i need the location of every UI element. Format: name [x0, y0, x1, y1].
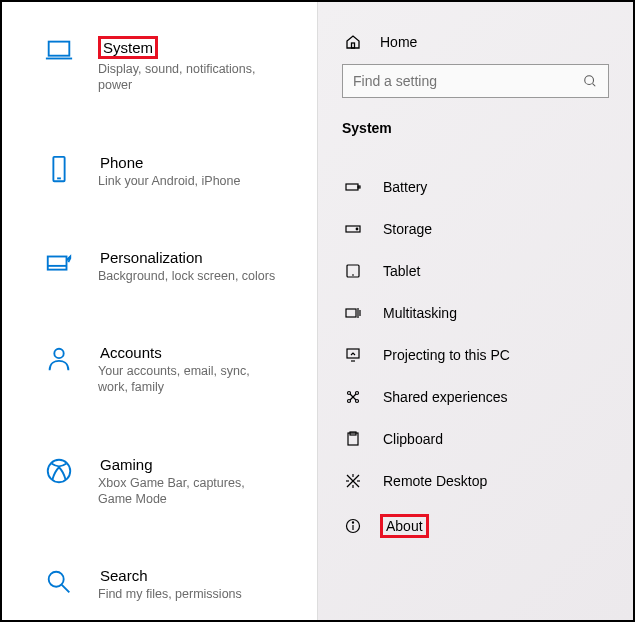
multitasking-icon — [342, 304, 364, 322]
categories-pane: System Display, sound, notifications, po… — [2, 2, 317, 620]
svg-point-7 — [48, 459, 71, 482]
nav-projecting[interactable]: Projecting to this PC — [342, 334, 609, 376]
category-title: Phone — [98, 154, 145, 171]
nav-label: Clipboard — [380, 430, 446, 448]
category-title: Gaming — [98, 456, 155, 473]
category-personalization[interactable]: Personalization Background, lock screen,… — [2, 239, 317, 294]
category-desc: Your accounts, email, sync, work, family — [98, 363, 278, 396]
home-label: Home — [380, 34, 417, 50]
category-title: System — [98, 36, 158, 59]
category-title: Personalization — [98, 249, 205, 266]
settings-nav-pane: Home System Battery — [317, 2, 633, 620]
svg-rect-4 — [48, 256, 67, 269]
nav-battery[interactable]: Battery — [342, 166, 609, 208]
home-link[interactable]: Home — [342, 30, 609, 64]
projecting-icon — [342, 346, 364, 364]
nav-storage[interactable]: Storage — [342, 208, 609, 250]
svg-rect-14 — [358, 186, 360, 188]
magnifier-icon — [42, 567, 76, 601]
svg-line-9 — [62, 585, 70, 593]
svg-rect-19 — [346, 309, 356, 317]
nav-label: Projecting to this PC — [380, 346, 513, 364]
shared-icon — [342, 388, 364, 406]
category-desc: Xbox Game Bar, captures, Game Mode — [98, 475, 278, 508]
nav-about[interactable]: About — [342, 502, 609, 550]
category-title: Search — [98, 567, 150, 584]
svg-point-11 — [585, 76, 594, 85]
nav-tablet[interactable]: Tablet — [342, 250, 609, 292]
nav-label: Multitasking — [380, 304, 460, 322]
nav-label: Tablet — [380, 262, 423, 280]
nav-label: Battery — [380, 178, 430, 196]
nav-multitasking[interactable]: Multitasking — [342, 292, 609, 334]
clipboard-icon — [342, 430, 364, 448]
nav-label: Remote Desktop — [380, 472, 490, 490]
search-input[interactable] — [353, 73, 582, 89]
category-title: Accounts — [98, 344, 164, 361]
category-desc: Background, lock screen, colors — [98, 268, 278, 284]
nav-clipboard[interactable]: Clipboard — [342, 418, 609, 460]
paintbrush-icon — [42, 249, 76, 283]
home-icon — [342, 34, 364, 50]
category-gaming[interactable]: Gaming Xbox Game Bar, captures, Game Mod… — [2, 446, 317, 518]
nav-remote-desktop[interactable]: Remote Desktop — [342, 460, 609, 502]
laptop-icon — [42, 36, 76, 70]
battery-icon — [342, 178, 364, 196]
nav-label: Storage — [380, 220, 435, 238]
category-desc: Display, sound, notifications, power — [98, 61, 278, 94]
svg-point-8 — [49, 572, 64, 587]
remote-desktop-icon — [342, 472, 364, 490]
storage-icon — [342, 220, 364, 238]
phone-icon — [42, 154, 76, 188]
category-phone[interactable]: Phone Link your Android, iPhone — [2, 144, 317, 199]
search-box[interactable] — [342, 64, 609, 98]
category-desc: Find my files, permissions — [98, 586, 278, 602]
section-header: System — [342, 120, 609, 136]
category-system[interactable]: System Display, sound, notifications, po… — [2, 26, 317, 104]
info-icon — [342, 517, 364, 535]
nav-shared-experiences[interactable]: Shared experiences — [342, 376, 609, 418]
person-icon — [42, 344, 76, 378]
xbox-icon — [42, 456, 76, 490]
category-desc: Link your Android, iPhone — [98, 173, 278, 189]
svg-rect-13 — [346, 184, 358, 190]
category-accounts[interactable]: Accounts Your accounts, email, sync, wor… — [2, 334, 317, 406]
nav-label: Shared experiences — [380, 388, 511, 406]
search-icon — [582, 73, 598, 89]
svg-point-6 — [54, 349, 63, 358]
svg-point-16 — [356, 228, 358, 230]
category-search[interactable]: Search Find my files, permissions — [2, 557, 317, 612]
svg-rect-0 — [49, 42, 70, 56]
svg-line-12 — [593, 84, 596, 87]
svg-rect-10 — [352, 43, 355, 48]
tablet-icon — [342, 262, 364, 280]
nav-label: About — [380, 514, 429, 538]
svg-point-40 — [352, 522, 353, 523]
